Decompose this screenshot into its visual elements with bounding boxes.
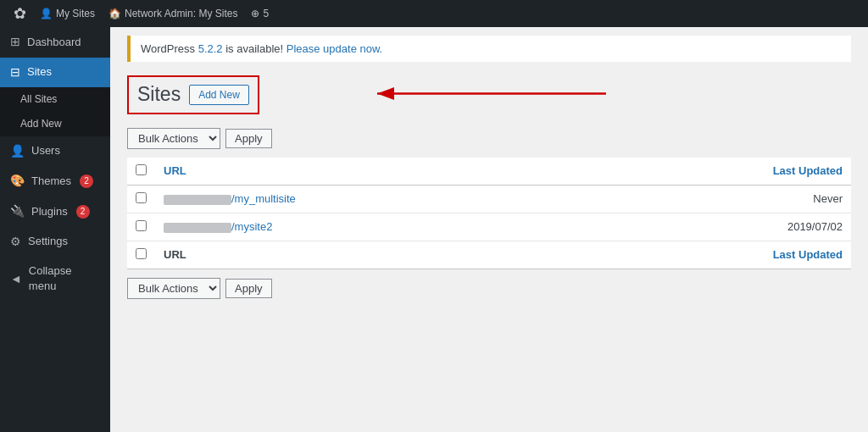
sidebar-item-add-new-label: Add New (20, 117, 62, 131)
adminbar-count-label: 5 (263, 8, 269, 19)
plugins-icon: 🔌 (10, 203, 25, 220)
adminbar-my-sites-label: My Sites (56, 8, 95, 19)
top-apply-button[interactable]: Apply (225, 129, 272, 148)
sidebar-item-settings[interactable]: ⚙ Settings (0, 227, 110, 258)
row1-url-link[interactable]: /my_multisite (231, 192, 296, 205)
title-box: Sites Add New (127, 75, 259, 114)
update-text-middle: is available! (223, 42, 287, 55)
footer-select-all-checkbox[interactable] (136, 248, 147, 259)
add-new-button[interactable]: Add New (189, 85, 249, 105)
sidebar-item-sites[interactable]: ⊟ Sites (0, 58, 110, 88)
row2-url-cell: /mysite2 (155, 213, 595, 241)
new-icon: ⊕ (251, 8, 259, 19)
arrow-svg (369, 80, 615, 106)
bottom-tablenav: Bulk Actions Apply (127, 278, 851, 299)
top-bulk-actions-select[interactable]: Bulk Actions (127, 128, 220, 149)
footer-last-updated[interactable]: Last Updated (595, 241, 851, 269)
top-tablenav: Bulk Actions Apply (127, 128, 851, 149)
admin-menu: ⊞ Dashboard ⊟ Sites All Sites Add New 👤 … (0, 27, 110, 302)
sidebar-item-all-sites-label: All Sites (20, 92, 57, 107)
row2-checkbox[interactable] (136, 220, 147, 231)
header-url[interactable]: URL (155, 158, 595, 186)
sidebar-item-users-label: Users (31, 143, 60, 158)
sidebar-item-all-sites[interactable]: All Sites (0, 87, 110, 112)
adminbar-network-admin-label: Network Admin: My Sites (125, 8, 237, 19)
dashboard-icon: ⊞ (10, 34, 20, 51)
footer-checkbox-col (127, 241, 155, 269)
footer-row: URL Last Updated (127, 241, 851, 269)
row1-last-updated-cell: Never (595, 185, 851, 213)
main-content: WordPress 5.2.2 is available! Please upd… (110, 27, 868, 432)
sidebar-item-plugins[interactable]: 🔌 Plugins 2 (0, 197, 110, 227)
footer-url[interactable]: URL (155, 241, 595, 269)
red-arrow-annotation (369, 80, 615, 108)
plugins-badge: 2 (76, 205, 90, 219)
bottom-apply-button[interactable]: Apply (225, 279, 272, 298)
collapse-icon: ◄ (10, 271, 22, 288)
sidebar-item-plugins-label: Plugins (31, 204, 68, 219)
table-footer: URL Last Updated (127, 241, 851, 269)
table-body: /my_multisite Never /mysite2 2019/07/02 (127, 185, 851, 241)
sidebar-item-collapse-label: Collapse menu (29, 263, 100, 294)
wp-wrap: ⊞ Dashboard ⊟ Sites All Sites Add New 👤 … (0, 27, 868, 432)
sidebar-item-collapse[interactable]: ◄ Collapse menu (0, 257, 110, 301)
sidebar-item-users[interactable]: 👤 Users (0, 136, 110, 167)
sites-table: URL Last Updated /my_multisite Never (127, 158, 851, 269)
users-icon: 👤 (10, 143, 25, 160)
network-admin-icon: 🏠 (108, 8, 121, 19)
my-sites-icon: 👤 (40, 8, 53, 19)
table-row: /my_multisite Never (127, 185, 851, 213)
sidebar-item-add-new[interactable]: Add New (0, 112, 110, 136)
sidebar-item-dashboard[interactable]: ⊞ Dashboard (0, 27, 110, 58)
sites-icon: ⊟ (10, 64, 20, 81)
update-notice: WordPress 5.2.2 is available! Please upd… (127, 36, 851, 62)
row2-last-updated-cell: 2019/07/02 (595, 213, 851, 241)
page-title-area: Sites Add New (127, 75, 851, 114)
update-now-link[interactable]: Please update now. (287, 42, 382, 55)
page-title: Sites (137, 82, 181, 108)
sidebar-item-themes-label: Themes (31, 174, 71, 189)
update-text-before: WordPress (141, 42, 198, 55)
admin-bar: ✿ 👤 My Sites 🏠 Network Admin: My Sites ⊕… (0, 0, 868, 27)
adminbar-my-sites[interactable]: 👤 My Sites (33, 0, 102, 27)
adminbar-network-admin[interactable]: 🏠 Network Admin: My Sites (102, 0, 244, 27)
sidebar-item-sites-label: Sites (27, 64, 52, 80)
sidebar-item-themes[interactable]: 🎨 Themes 2 (0, 166, 110, 197)
sidebar-item-settings-label: Settings (28, 234, 68, 249)
table-row: /mysite2 2019/07/02 (127, 213, 851, 241)
sidebar: ⊞ Dashboard ⊟ Sites All Sites Add New 👤 … (0, 27, 110, 432)
header-row: URL Last Updated (127, 158, 851, 186)
row2-url-link[interactable]: /mysite2 (231, 220, 272, 233)
row1-url-prefix-redacted (164, 195, 231, 205)
row2-url-prefix-redacted (164, 223, 231, 233)
select-all-checkbox[interactable] (136, 164, 147, 175)
row1-checkbox-cell (127, 185, 155, 213)
settings-icon: ⚙ (10, 234, 21, 251)
wp-logo-icon[interactable]: ✿ (7, 4, 33, 23)
bottom-bulk-actions-select[interactable]: Bulk Actions (127, 278, 220, 299)
row1-url-cell: /my_multisite (155, 185, 595, 213)
table-header: URL Last Updated (127, 158, 851, 186)
header-last-updated[interactable]: Last Updated (595, 158, 851, 186)
update-version-link[interactable]: 5.2.2 (198, 42, 223, 55)
page-wrap: Sites Add New (110, 62, 868, 321)
row1-checkbox[interactable] (136, 192, 147, 203)
themes-badge: 2 (80, 174, 93, 188)
row2-checkbox-cell (127, 213, 155, 241)
header-checkbox-col (127, 158, 155, 186)
sidebar-item-dashboard-label: Dashboard (27, 35, 81, 50)
adminbar-new-item[interactable]: ⊕ 5 (244, 0, 275, 27)
themes-icon: 🎨 (10, 173, 25, 190)
